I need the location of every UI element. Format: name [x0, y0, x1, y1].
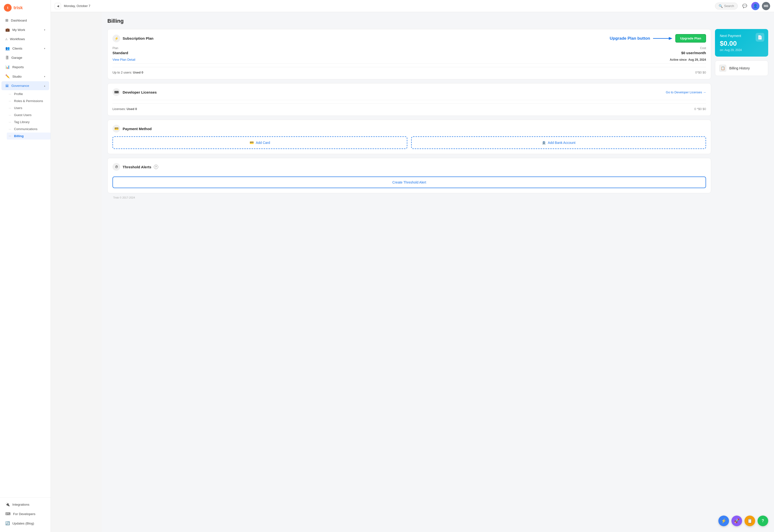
payment-buttons: 💳 Add Card 🏦 Add Bank Account	[112, 136, 706, 149]
sidebar-item-reports[interactable]: 📊 Reports	[1, 62, 49, 72]
search-button[interactable]: 🔍 Search	[715, 3, 738, 9]
sub-item-label: Guest Users	[14, 113, 31, 117]
users-row: Up to 2 users: Used 0 0*$0 $0	[112, 67, 706, 74]
cost-label: Cost	[681, 46, 706, 50]
licenses-row: Licenses: Used 0 0 *$0 $0	[112, 103, 706, 111]
chat-icon: 💬	[742, 4, 747, 8]
content-layout: ⚡ Subscription Plan Upgrade Plan button …	[107, 29, 768, 193]
user-initials[interactable]: MB	[762, 2, 770, 10]
studio-icon: ✏️	[5, 74, 10, 79]
sidebar-item-label: For Developers	[13, 512, 35, 516]
sidebar-item-clients[interactable]: 👥 Clients ▾	[1, 44, 49, 53]
document-icon: 📋	[747, 518, 752, 524]
sidebar-item-communications[interactable]: Communications	[9, 126, 51, 133]
avatar-icon: 👤	[753, 4, 758, 8]
sidebar-item-profile[interactable]: Profile	[9, 90, 51, 97]
sidebar-item-integrations[interactable]: 🔌 Integrations	[1, 500, 49, 509]
sidebar-item-tag-library[interactable]: Tag Library	[9, 118, 51, 126]
billing-history-label: Billing History	[729, 66, 750, 70]
chevron-left-icon: ◀	[57, 4, 59, 8]
plan-meta-row: View Plan Detail Active since Aug 29, 20…	[112, 58, 706, 61]
sidebar-toggle-button[interactable]: ◀	[55, 3, 61, 9]
messages-button[interactable]: 💬	[741, 2, 749, 10]
sidebar-item-for-developers[interactable]: ⌨ For Developers	[1, 509, 49, 518]
developer-title-label: Developer Licenses	[123, 90, 157, 94]
sidebar-item-workflows[interactable]: ⑃ Workflows	[1, 35, 49, 44]
page-title: Billing	[107, 18, 768, 24]
sidebar-item-label: Updates (Blog)	[12, 522, 34, 525]
sidebar-item-label: My Work	[12, 28, 25, 32]
avatar[interactable]: 👤	[751, 2, 759, 10]
sidebar-item-garage[interactable]: 🗄 Garage	[1, 53, 49, 62]
plan-details-row: Plan Standard Cost $0 user/month	[112, 46, 706, 55]
fab-rocket-button[interactable]: 🚀	[731, 516, 742, 526]
add-bank-account-button[interactable]: 🏦 Add Bank Account	[411, 136, 706, 149]
sidebar-item-label: Studio	[12, 75, 22, 78]
licenses-calc: 0 *$0 $0	[694, 107, 706, 111]
topbar-date: Monday, October 7	[64, 4, 90, 8]
sidebar-item-governance[interactable]: 🏛 Governance ▴	[1, 81, 49, 90]
chevron-up-icon: ▴	[44, 84, 45, 87]
sidebar-item-users[interactable]: Users	[9, 104, 51, 111]
help-icon[interactable]: ?	[154, 165, 158, 169]
sub-item-label: Users	[14, 106, 22, 110]
sidebar-item-label: Workflows	[10, 37, 25, 41]
sidebar-item-studio[interactable]: ✏️ Studio ▾	[1, 72, 49, 81]
updates-icon: 🔄	[5, 521, 10, 525]
subscription-card-header: ⚡ Subscription Plan Upgrade Plan button …	[112, 34, 706, 43]
briefcase-icon: 💼	[5, 28, 10, 32]
add-bank-label: Add Bank Account	[548, 141, 575, 145]
threshold-alerts-header: ⏱ Threshold Alerts ?	[112, 163, 706, 171]
users-text: Up to 2 users: Used 0	[112, 71, 143, 74]
go-to-developer-licenses-link[interactable]: Go to Developer Licenses →	[666, 90, 706, 94]
divider	[112, 63, 706, 64]
sidebar-item-updates-blog[interactable]: 🔄 Updates (Blog)	[1, 519, 49, 528]
licenses-text: Licenses: Used 0	[112, 107, 137, 111]
subscription-title-label: Subscription Plan	[123, 36, 154, 40]
sidebar-item-my-work[interactable]: 💼 My Work ▾	[1, 25, 49, 34]
date-prefix: on:	[720, 48, 724, 52]
fab-bolt-button[interactable]: ⚡	[718, 516, 729, 526]
billing-history-card[interactable]: 📋 Billing History	[715, 60, 768, 76]
sidebar-item-label: Governance	[11, 84, 29, 88]
sidebar-item-billing[interactable]: Billing	[7, 133, 51, 140]
add-card-button[interactable]: 💳 Add Card	[112, 136, 407, 149]
next-payment-icon: 📄	[756, 33, 764, 42]
view-plan-detail-link[interactable]: View Plan Detail	[112, 58, 135, 61]
threshold-alerts-card: ⏱ Threshold Alerts ? Create Threshold Al…	[107, 158, 711, 193]
fab-help-button[interactable]: ?	[758, 516, 768, 526]
fab-container: ⚡ 🚀 📋 ?	[718, 516, 768, 526]
fab-document-button[interactable]: 📋	[744, 516, 755, 526]
workflow-icon: ⑃	[5, 37, 7, 41]
sidebar-item-roles-permissions[interactable]: Roles & Permissions	[9, 97, 51, 104]
logo[interactable]: t trisk	[0, 0, 51, 15]
sub-item-label: Roles & Permissions	[14, 99, 43, 103]
sidebar-item-guest-users[interactable]: Guest Users	[9, 111, 51, 118]
plan-cost: Cost $0 user/month	[681, 46, 706, 55]
users-icon: 👥	[5, 46, 10, 51]
payment-icon: 💳	[112, 125, 120, 133]
create-threshold-alert-button[interactable]: Create Threshold Alert	[112, 177, 706, 188]
sub-item-label: Tag Library	[14, 120, 30, 124]
sub-item-label: Profile	[14, 92, 23, 96]
subscription-card-title: ⚡ Subscription Plan	[112, 35, 154, 42]
active-since-label: Active since	[670, 58, 687, 61]
developer-licenses-header: ⌨ Developer Licenses Go to Developer Lic…	[112, 88, 706, 96]
search-label: Search	[724, 4, 734, 8]
search-icon: 🔍	[719, 4, 723, 8]
chevron-down-icon: ▾	[44, 29, 45, 31]
sidebar-item-label: Garage	[11, 56, 22, 59]
payment-method-title: 💳 Payment Method	[112, 125, 152, 133]
topbar-actions: 💬 👤 MB	[741, 2, 770, 10]
payment-title-label: Payment Method	[123, 127, 152, 131]
sidebar-item-label: Reports	[12, 65, 24, 69]
integrations-icon: 🔌	[5, 502, 10, 507]
plan-label: Plan	[112, 46, 128, 50]
sidebar-footer: 🔌 Integrations ⌨ For Developers 🔄 Update…	[0, 497, 51, 532]
garage-icon: 🗄	[5, 56, 9, 60]
upgrade-plan-button[interactable]: Upgrade Plan	[675, 34, 706, 43]
sidebar-item-label: Clients	[12, 47, 22, 50]
svg-marker-3	[669, 37, 672, 40]
sidebar-item-dashboard[interactable]: ⊞ Dashboard	[1, 16, 49, 25]
arrow-icon	[653, 36, 672, 41]
